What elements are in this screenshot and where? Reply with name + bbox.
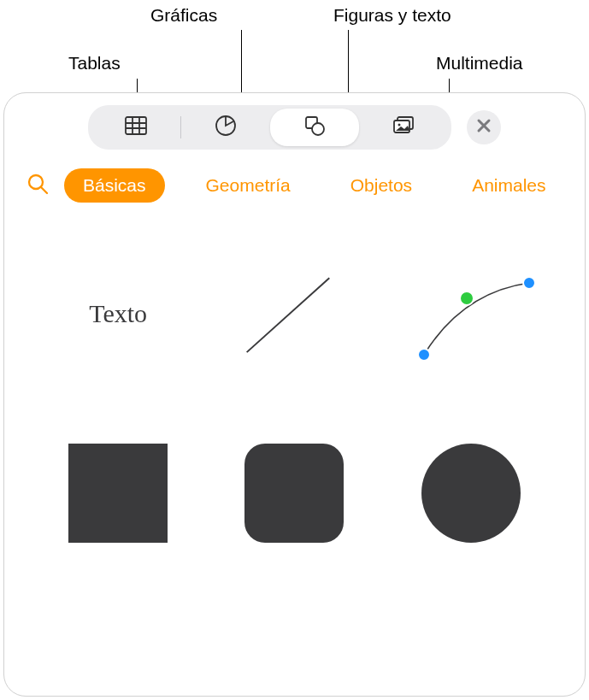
text-shape-label: Texto [89, 299, 147, 328]
table-icon [123, 113, 149, 142]
svg-point-7 [312, 123, 324, 135]
shape-square[interactable] [58, 442, 178, 544]
shape-text[interactable]: Texto [58, 262, 178, 365]
svg-point-10 [398, 124, 401, 126]
shape-circle[interactable] [411, 442, 531, 544]
category-list: Básicas Geometría Objetos Animales [64, 168, 565, 203]
media-button[interactable] [359, 109, 448, 146]
tab-geometria[interactable]: Geometría [187, 168, 309, 203]
line-icon [239, 267, 350, 361]
shape-rounded-square[interactable] [234, 442, 354, 544]
svg-point-17 [523, 277, 535, 289]
shapes-grid: Texto [4, 211, 585, 579]
search-icon [26, 172, 50, 199]
tab-basicas[interactable]: Básicas [64, 168, 165, 203]
square-icon [68, 444, 168, 543]
insert-panel: Básicas Geometría Objetos Animales Texto [3, 92, 586, 697]
pie-chart-icon [213, 113, 239, 142]
callouts-area: Tablas Gráficas Figuras y texto Multimed… [0, 0, 589, 92]
tab-animales[interactable]: Animales [453, 168, 564, 203]
callout-figuras: Figuras y texto [333, 5, 451, 26]
curve-icon [403, 262, 539, 365]
callout-multimedia: Multimedia [436, 53, 523, 74]
tab-objetos[interactable]: Objetos [332, 168, 431, 203]
svg-point-15 [418, 349, 430, 361]
callout-tablas: Tablas [68, 53, 121, 74]
shapes-icon [302, 113, 327, 142]
rounded-square-icon [244, 444, 344, 543]
toolbar-row [4, 105, 585, 150]
callout-graficas: Gráficas [150, 5, 217, 26]
close-icon [476, 118, 492, 137]
shape-line[interactable] [234, 262, 354, 365]
svg-rect-0 [126, 117, 146, 134]
charts-button[interactable] [181, 109, 270, 146]
svg-line-14 [41, 187, 47, 193]
svg-point-16 [460, 291, 474, 305]
segmented-control [88, 105, 451, 150]
close-button[interactable] [467, 110, 501, 144]
shapes-button[interactable] [270, 109, 359, 146]
shape-curve[interactable] [411, 262, 531, 365]
circle-icon [421, 444, 521, 543]
search-button[interactable] [23, 171, 52, 200]
tables-button[interactable] [91, 109, 180, 146]
category-row: Básicas Geometría Objetos Animales [4, 150, 585, 211]
media-icon [391, 113, 416, 142]
